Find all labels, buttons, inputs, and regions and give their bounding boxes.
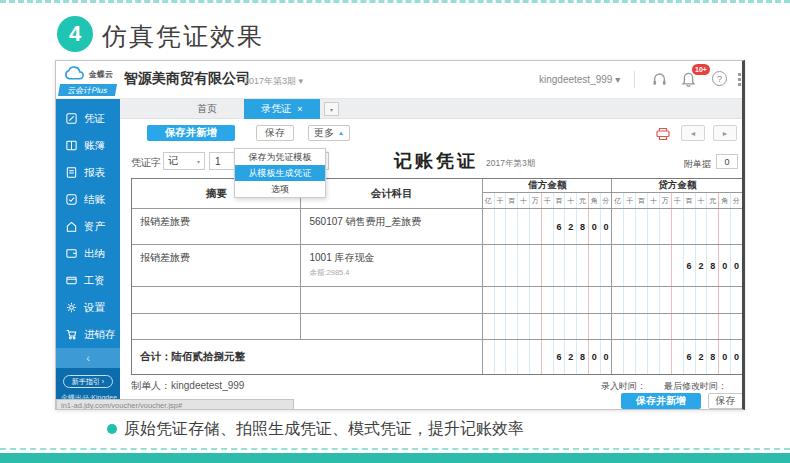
digit-column-header: 元 — [577, 193, 589, 208]
sidebar-item-进销存[interactable]: 进销存 — [56, 321, 120, 348]
account-cell[interactable] — [301, 314, 482, 339]
brand-name: 金蝶云 — [89, 69, 113, 80]
chevron-down-icon: ▾ — [197, 158, 200, 165]
sidebar-item-出纳[interactable]: 出纳 — [56, 240, 120, 267]
account-cell[interactable]: 1001 库存现金余额:2985.4 — [301, 245, 482, 286]
bottom-dashed-divider — [0, 448, 790, 450]
debit-cell[interactable]: 62800 — [483, 209, 613, 244]
total-row: 合计：陆佰贰拾捌元整6280062800 — [132, 340, 742, 374]
debit-cell[interactable] — [483, 245, 613, 286]
app-logo[interactable]: 金蝶云 云会计Plus — [56, 61, 120, 99]
menu-item[interactable]: 保存为凭证模板 — [235, 149, 325, 165]
summary-cell[interactable]: 报销差旅费 — [132, 245, 301, 286]
sidebar: 凭证账簿报表结账资产出纳工资设置进销存 ‹ 新手指引 › 金蝶出品·Kingde… — [56, 99, 120, 410]
summary-cell[interactable] — [132, 314, 301, 339]
credit-cell[interactable]: 62800 — [612, 245, 742, 286]
voucher-table: 摘要会计科目借方金额亿千百十万千百十元角分贷方金额亿千百十万千百十元角分报销差旅… — [131, 178, 743, 375]
digit-cell — [707, 209, 719, 244]
period-selector[interactable]: 2017年第3期 ▾ — [244, 75, 303, 88]
sidebar-collapse-button[interactable]: ‹ — [56, 348, 120, 368]
account-cell[interactable] — [301, 287, 482, 313]
voucher-row[interactable]: 报销差旅费560107 销售费用_差旅费62800 — [132, 209, 742, 245]
next-voucher-button[interactable]: ► — [713, 125, 737, 141]
top-dashed-divider — [0, 0, 790, 3]
amount-cells[interactable] — [483, 245, 612, 286]
sidebar-item-凭证[interactable]: 凭证 — [56, 105, 120, 132]
debit-cell[interactable] — [483, 287, 613, 313]
digit-cell: 0 — [731, 340, 742, 374]
more-button[interactable]: 更多 ▲ — [308, 125, 350, 141]
sidebar-item-设置[interactable]: 设置 — [56, 294, 120, 321]
digit-cell — [554, 245, 566, 286]
digit-column-header: 十 — [518, 193, 530, 208]
digit-cell — [542, 245, 554, 286]
digit-cell — [565, 287, 577, 313]
credit-cell[interactable] — [612, 314, 742, 339]
account-cell[interactable]: 560107 销售费用_差旅费 — [301, 209, 482, 244]
digit-cell — [542, 287, 554, 313]
sidebar-item-结账[interactable]: 结账 — [56, 186, 120, 213]
amount-cells[interactable] — [483, 314, 612, 339]
account-balance-note: 余额:2985.4 — [309, 268, 481, 278]
sidebar-item-资产[interactable]: 资产 — [56, 213, 120, 240]
amount-cells[interactable] — [483, 287, 612, 313]
page: 4 仿真凭证效果 金蝶云 云会计Plus 智源美商贸有限公司 2017年第3期 … — [0, 0, 790, 463]
sidebar-item-账簿[interactable]: 账簿 — [56, 132, 120, 159]
sidebar-item-label: 进销存 — [84, 328, 116, 342]
modified-time-label: 最后修改时间： — [664, 380, 727, 393]
amount-cells[interactable] — [612, 287, 742, 313]
voucher-row[interactable] — [132, 314, 742, 340]
voucher-word-select[interactable]: 记 ▾ — [163, 152, 205, 170]
apps-icon[interactable] — [738, 73, 745, 86]
footer-save-and-new-button[interactable]: 保存并新增 — [621, 393, 701, 409]
attachment-count-input[interactable]: 0 — [716, 154, 738, 169]
user-menu[interactable]: kingdeetest_999 ▾ — [539, 74, 620, 85]
sidebar-item-报表[interactable]: 报表 — [56, 159, 120, 186]
amount-cells[interactable]: 62800 — [483, 209, 612, 244]
digit-cell — [518, 245, 530, 286]
tab-list-dropdown[interactable]: ▾ — [324, 102, 339, 116]
menu-item[interactable]: 选项 — [235, 181, 325, 197]
prev-voucher-button[interactable]: ◄ — [681, 125, 705, 141]
digit-column-header: 千 — [672, 193, 684, 208]
digit-cell — [565, 314, 577, 339]
digit-cell — [506, 245, 518, 286]
sidebar-item-工资[interactable]: 工资 — [56, 267, 120, 294]
tab-home[interactable]: 首页 — [176, 99, 238, 119]
more-dropdown-menu: 保存为凭证模板从模板生成凭证选项 — [234, 148, 326, 198]
table-header-row: 摘要会计科目借方金额亿千百十万千百十元角分贷方金额亿千百十万千百十元角分 — [132, 179, 742, 209]
credit-cell[interactable] — [612, 287, 742, 313]
amount-cells[interactable] — [612, 314, 742, 339]
menu-item[interactable]: 从模板生成凭证 — [235, 165, 325, 181]
footer-save-button[interactable]: 保存 — [708, 393, 743, 409]
amount-cells[interactable] — [612, 209, 742, 244]
app-window: 金蝶云 云会计Plus 智源美商贸有限公司 2017年第3期 ▾ kingdee… — [55, 60, 745, 410]
debit-cell[interactable] — [483, 314, 613, 339]
digit-cell: 8 — [577, 340, 589, 374]
guide-button[interactable]: 新手指引 › — [63, 375, 113, 388]
summary-cell[interactable] — [132, 287, 301, 313]
app-header: 金蝶云 云会计Plus 智源美商贸有限公司 2017年第3期 ▾ kingdee… — [56, 61, 742, 99]
digit-cell: 0 — [589, 209, 601, 244]
save-button[interactable]: 保存 — [256, 125, 294, 141]
digit-column-header: 千 — [495, 193, 507, 208]
tab-voucher-entry[interactable]: 录凭证 × — [244, 99, 320, 119]
help-icon[interactable]: ? — [712, 71, 727, 86]
summary-cell[interactable]: 报销差旅费 — [132, 209, 301, 244]
digit-cell: 6 — [554, 340, 566, 374]
amount-cells[interactable]: 62800 — [612, 245, 742, 286]
digit-cell — [554, 314, 566, 339]
voucher-row[interactable] — [132, 287, 742, 314]
digit-cell — [530, 314, 542, 339]
credit-cell[interactable] — [612, 209, 742, 244]
digit-cell — [506, 314, 518, 339]
save-and-new-button[interactable]: 保存并新增 — [147, 125, 235, 141]
amount-cells[interactable]: 62800 — [483, 340, 612, 374]
digit-cell: 6 — [684, 245, 696, 286]
print-icon[interactable] — [654, 126, 672, 141]
tab-close-icon[interactable]: × — [297, 104, 302, 114]
amount-cells[interactable]: 62800 — [612, 340, 742, 374]
headset-icon[interactable] — [651, 71, 668, 88]
digit-cell — [660, 287, 672, 313]
voucher-row[interactable]: 报销差旅费1001 库存现金余额:2985.462800 — [132, 245, 742, 287]
